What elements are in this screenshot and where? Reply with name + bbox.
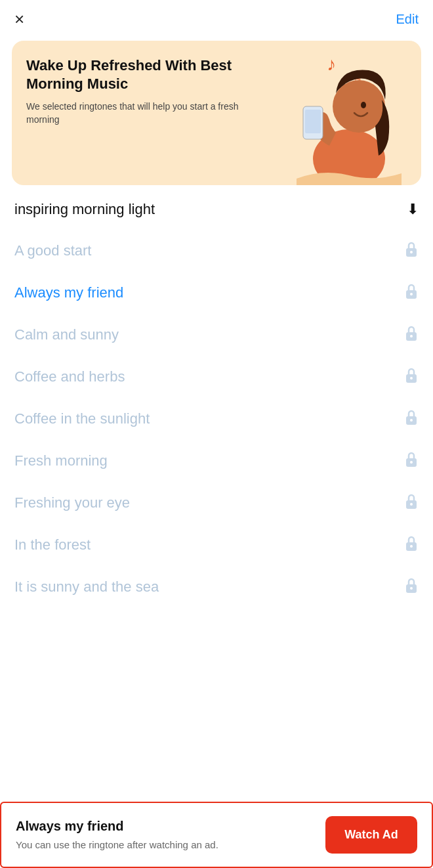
header: × Edit	[0, 0, 433, 34]
lock-icon	[404, 576, 419, 597]
list-item[interactable]: In the forest	[14, 524, 419, 566]
list-item[interactable]: Coffee in the sunlight	[14, 398, 419, 440]
lock-icon	[404, 282, 419, 303]
banner-subtitle: We selected ringtones that will help you…	[26, 100, 247, 126]
list-item[interactable]: Coffee and herbs	[14, 356, 419, 398]
close-button[interactable]: ×	[14, 11, 24, 28]
song-name: Coffee in the sunlight	[14, 410, 150, 427]
banner-text: Wake Up Refreshed With Best Morning Musi…	[26, 56, 247, 126]
list-item[interactable]: Freshing your eye	[14, 482, 419, 524]
list-item[interactable]: Calm and sunny	[14, 314, 419, 356]
svg-point-6	[410, 251, 413, 253]
lock-icon	[404, 324, 419, 345]
song-name: Always my friend	[14, 284, 123, 301]
edit-button[interactable]: Edit	[396, 12, 419, 27]
song-name: In the forest	[14, 536, 91, 553]
bottom-panel: Always my friend You can use the rington…	[0, 802, 433, 868]
list-item[interactable]: A good start	[14, 230, 419, 272]
lock-icon	[404, 240, 419, 261]
lock-icon	[404, 534, 419, 555]
svg-point-8	[410, 293, 413, 295]
song-name: Calm and sunny	[14, 326, 119, 343]
bottom-info: Always my friend You can use the rington…	[16, 819, 315, 852]
watch-ad-button[interactable]: Watch Ad	[325, 816, 417, 854]
svg-point-22	[410, 587, 413, 590]
lock-icon	[404, 366, 419, 387]
svg-point-12	[410, 377, 413, 380]
list-item[interactable]: Always my friend	[14, 272, 419, 314]
svg-point-2	[361, 102, 366, 108]
banner-title: Wake Up Refreshed With Best Morning Musi…	[26, 56, 247, 93]
promo-banner: Wake Up Refreshed With Best Morning Musi…	[12, 41, 421, 185]
song-name: A good start	[14, 242, 91, 259]
list-item[interactable]: Fresh morning	[14, 440, 419, 482]
banner-illustration	[283, 47, 415, 185]
bottom-description: You can use the ringtone after watching …	[16, 838, 315, 852]
svg-point-10	[410, 335, 413, 337]
svg-point-20	[410, 545, 413, 548]
svg-rect-4	[305, 110, 321, 133]
song-name: Coffee and herbs	[14, 368, 125, 385]
song-name: Freshing your eye	[14, 494, 130, 511]
lock-icon	[404, 492, 419, 513]
download-icon[interactable]: ⬇	[407, 201, 419, 218]
song-list: A good start Always my friend Calm and s…	[0, 230, 433, 608]
svg-point-16	[410, 461, 413, 464]
song-name: Fresh morning	[14, 452, 108, 469]
lock-icon	[404, 408, 419, 429]
bottom-song-name: Always my friend	[16, 819, 315, 834]
list-item[interactable]: It is sunny and the sea	[14, 566, 419, 608]
svg-point-18	[410, 503, 413, 506]
song-name: It is sunny and the sea	[14, 578, 159, 596]
lock-icon	[404, 450, 419, 471]
playlist-title: inspiring morning light	[14, 201, 155, 218]
svg-point-14	[410, 419, 413, 422]
inspiring-row: inspiring morning light ⬇	[0, 201, 433, 230]
